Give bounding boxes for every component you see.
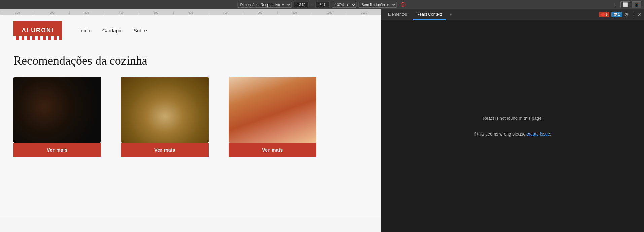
dimension-separator: × [311,2,313,7]
card-3-image [229,77,316,143]
tab-elementos[interactable]: Elementos [384,10,411,20]
panel-right-icons: 🔴 1 💬 1 ⚙ ⋮ ✕ [599,12,641,17]
toolbar-center: Dimensões: Responsivo ▼ × 100% ▼ Sem lim… [237,1,407,8]
ruler-tick: 700 [208,11,243,14]
nav-link-inicio[interactable]: Início [79,28,92,33]
ruler-tick: 800 [243,11,277,14]
create-issue-link[interactable]: create issue [527,131,550,137]
ruler-horizontal: 100 200 300 400 500 600 700 800 900 1000… [0,9,381,15]
close-icon[interactable]: ✕ [637,12,641,17]
react-not-found-text: React is not found in this page. [474,114,551,122]
ruler-tick: 600 [173,11,208,14]
toolbar-right: ⋮ ⬜ 📱 [611,1,641,8]
ruler-tick: 500 [139,11,173,14]
card-2-button[interactable]: Ver mais [121,143,209,157]
devtools-icons: ⬜ 📱 [620,1,641,8]
settings-icon[interactable]: ⚙ [624,12,629,17]
card-1-image [13,77,101,143]
error-icon: 🔴 [601,13,605,16]
card-3-button[interactable]: Ver mais [229,143,316,157]
dimensions-select[interactable]: Dimensões: Responsivo ▼ [237,2,292,8]
page-body: Recomendações da cozinha Ver mais [0,45,381,165]
warning-badge[interactable]: 💬 1 [611,12,622,17]
preview-content[interactable]: ALURONI Início Cardápio Sobre Recomendaç… [0,15,381,232]
ruler-tick: 100 [0,11,35,14]
ruler-tick: 300 [69,11,104,14]
device-icon-button[interactable]: 📱 [632,1,641,8]
card-1-button[interactable]: Ver mais [13,143,101,157]
card-3: Ver mais [229,77,316,157]
inspect-icon-button[interactable]: ⬜ [620,1,630,8]
error-badge[interactable]: 🔴 1 [599,12,610,17]
ruler-tick: 1000 [312,11,347,14]
nav-links: Início Cardápio Sobre [79,28,147,33]
nav-link-sobre[interactable]: Sobre [134,28,147,33]
card-2: Ver mais [121,77,209,157]
width-input[interactable] [294,2,309,7]
react-suggestion-text: if this seems wrong please create issue. [474,130,551,138]
nav-link-cardapio[interactable]: Cardápio [102,28,123,33]
react-panel-body: React is not found in this page. if this… [381,20,644,232]
preview-pane: 100 200 300 400 500 600 700 800 900 1000… [0,9,381,232]
ruler-tick: 200 [35,11,69,14]
ruler-tick: 900 [277,11,312,14]
more-icon[interactable]: ⋮ [631,12,635,17]
tab-more-button[interactable]: » [448,11,454,18]
toolbar: Dimensões: Responsivo ▼ × 100% ▼ Sem lim… [0,0,644,9]
no-throttle-icon[interactable]: 🚫 [399,1,407,8]
warning-icon: 💬 [613,13,617,16]
tab-react-context[interactable]: React Context [413,10,446,20]
height-input[interactable] [315,2,330,7]
ruler-tick: 1100 [347,11,381,14]
error-count: 1 [606,13,608,16]
card-1: Ver mais [13,77,101,157]
warning-count: 1 [618,13,620,16]
more-options-button[interactable]: ⋮ [611,1,618,8]
zoom-select[interactable]: 100% ▼ [332,2,357,8]
website-preview: ALURONI Início Cardápio Sobre Recomendaç… [0,15,381,217]
right-panel: Elementos React Context » 🔴 1 💬 1 ⚙ ⋮ ✕ [381,9,644,232]
cards-row: Ver mais Ver mais Ver mais [13,77,368,157]
navbar: ALURONI Início Cardápio Sobre [0,15,381,45]
card-2-image [121,77,209,143]
devtools-tabs: Elementos React Context » 🔴 1 💬 1 ⚙ ⋮ ✕ [381,9,644,20]
limit-select[interactable]: Sem limitação ▼ [359,2,397,8]
logo: ALURONI [13,21,62,40]
react-not-found-message: React is not found in this page. if this… [474,114,551,138]
main-area: 100 200 300 400 500 600 700 800 900 1000… [0,9,644,232]
page-title: Recomendações da cozinha [13,53,368,68]
ruler-tick: 400 [104,11,139,14]
